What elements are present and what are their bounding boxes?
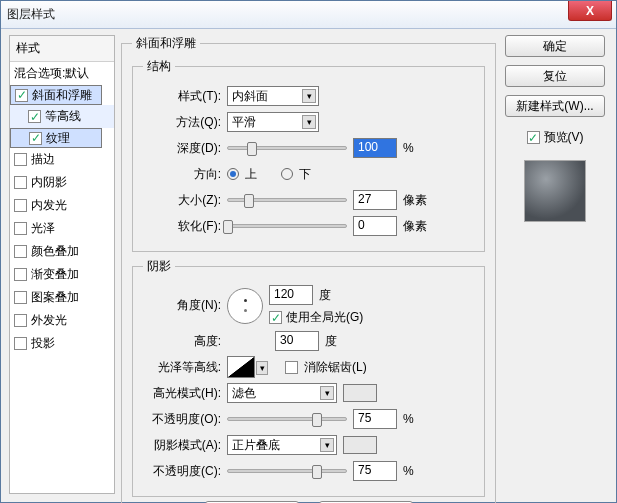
shading-legend: 阴影 [143, 258, 175, 275]
preview-label: 预览(V) [544, 129, 584, 146]
checkbox-color-overlay[interactable] [14, 245, 27, 258]
soften-label: 软化(F): [143, 218, 221, 235]
panel-title: 斜面和浮雕 [132, 35, 200, 52]
checkbox-grad-overlay[interactable] [14, 268, 27, 281]
depth-label: 深度(D): [143, 140, 221, 157]
group-structure: 结构 样式(T): 内斜面▾ 方法(Q): 平滑▾ 深度(D): 100 % [132, 58, 485, 252]
size-input[interactable]: 27 [353, 190, 397, 210]
styles-header: 样式 [10, 36, 114, 62]
checkbox-pattern-overlay[interactable] [14, 291, 27, 304]
close-button[interactable]: X [568, 1, 612, 21]
style-select[interactable]: 内斜面▾ [227, 86, 319, 106]
highlight-opacity-label: 不透明度(O): [143, 411, 221, 428]
list-item-color-overlay[interactable]: 颜色叠加 [10, 240, 114, 263]
radio-down[interactable] [281, 168, 293, 180]
list-item-texture[interactable]: ✓ 纹理 [10, 128, 102, 148]
depth-unit: % [403, 141, 431, 155]
chevron-down-icon: ▾ [302, 115, 316, 129]
angle-label: 角度(N): [143, 297, 221, 314]
checkbox-antialias[interactable] [285, 361, 298, 374]
styles-list: 样式 混合选项:默认 ✓ 斜面和浮雕 ✓ 等高线 ✓ 纹理 描边 内阴影 内发光… [9, 35, 115, 494]
chevron-down-icon: ▾ [302, 89, 316, 103]
soften-unit: 像素 [403, 218, 431, 235]
checkbox-bevel[interactable]: ✓ [15, 89, 28, 102]
altitude-label: 高度: [143, 333, 221, 350]
checkbox-contour[interactable]: ✓ [28, 110, 41, 123]
window-title: 图层样式 [7, 6, 55, 23]
antialias-label: 消除锯齿(L) [304, 359, 367, 376]
structure-legend: 结构 [143, 58, 175, 75]
list-item-pattern-overlay[interactable]: 图案叠加 [10, 286, 114, 309]
angle-wheel[interactable] [227, 288, 263, 324]
highlight-opacity-unit: % [403, 412, 431, 426]
shadow-opacity-unit: % [403, 464, 431, 478]
direction-label: 方向: [143, 166, 221, 183]
checkbox-outer-glow[interactable] [14, 314, 27, 327]
method-select[interactable]: 平滑▾ [227, 112, 319, 132]
size-label: 大小(Z): [143, 192, 221, 209]
group-shading: 阴影 角度(N): 120 度 ✓ 使用全局光(G) [132, 258, 485, 497]
list-item-contour[interactable]: ✓ 等高线 [10, 105, 114, 128]
depth-slider[interactable] [227, 146, 347, 150]
shadow-mode-label: 阴影模式(A): [143, 437, 221, 454]
list-item-satin[interactable]: 光泽 [10, 217, 114, 240]
close-icon: X [586, 4, 594, 18]
soften-slider[interactable] [227, 224, 347, 228]
size-slider[interactable] [227, 198, 347, 202]
checkbox-stroke[interactable] [14, 153, 27, 166]
highlight-color-swatch[interactable] [343, 384, 377, 402]
list-item-stroke[interactable]: 描边 [10, 148, 114, 171]
angle-input[interactable]: 120 [269, 285, 313, 305]
preview-thumbnail [524, 160, 586, 222]
ok-button[interactable]: 确定 [505, 35, 605, 57]
radio-up[interactable] [227, 168, 239, 180]
checkbox-preview[interactable]: ✓ [527, 131, 540, 144]
checkbox-satin[interactable] [14, 222, 27, 235]
chevron-down-icon[interactable]: ▾ [256, 361, 268, 375]
shadow-opacity-slider[interactable] [227, 469, 347, 473]
gloss-contour-picker[interactable]: ▾ [227, 356, 255, 378]
list-item-blend[interactable]: 混合选项:默认 [10, 62, 114, 85]
list-item-outer-glow[interactable]: 外发光 [10, 309, 114, 332]
shadow-color-swatch[interactable] [343, 436, 377, 454]
panel-bevel: 斜面和浮雕 结构 样式(T): 内斜面▾ 方法(Q): 平滑▾ 深度(D): 1… [121, 35, 496, 503]
list-item-drop-shadow[interactable]: 投影 [10, 332, 114, 355]
shadow-mode-select[interactable]: 正片叠底▾ [227, 435, 337, 455]
highlight-mode-label: 高光模式(H): [143, 385, 221, 402]
checkbox-inner-shadow[interactable] [14, 176, 27, 189]
global-light-label: 使用全局光(G) [286, 309, 363, 326]
list-item-inner-glow[interactable]: 内发光 [10, 194, 114, 217]
style-label: 样式(T): [143, 88, 221, 105]
checkbox-global-light[interactable]: ✓ [269, 311, 282, 324]
highlight-opacity-input[interactable]: 75 [353, 409, 397, 429]
size-unit: 像素 [403, 192, 431, 209]
checkbox-texture[interactable]: ✓ [29, 132, 42, 145]
shadow-opacity-label: 不透明度(C): [143, 463, 221, 480]
depth-input[interactable]: 100 [353, 138, 397, 158]
shadow-opacity-input[interactable]: 75 [353, 461, 397, 481]
chevron-down-icon: ▾ [320, 438, 334, 452]
cancel-button[interactable]: 复位 [505, 65, 605, 87]
new-style-button[interactable]: 新建样式(W)... [505, 95, 605, 117]
angle-unit: 度 [319, 287, 331, 304]
chevron-down-icon: ▾ [320, 386, 334, 400]
checkbox-inner-glow[interactable] [14, 199, 27, 212]
titlebar[interactable]: 图层样式 X [1, 1, 616, 29]
altitude-unit: 度 [325, 333, 337, 350]
highlight-mode-select[interactable]: 滤色▾ [227, 383, 337, 403]
list-item-grad-overlay[interactable]: 渐变叠加 [10, 263, 114, 286]
highlight-opacity-slider[interactable] [227, 417, 347, 421]
gloss-contour-label: 光泽等高线: [143, 359, 221, 376]
layer-style-dialog: 图层样式 X 样式 混合选项:默认 ✓ 斜面和浮雕 ✓ 等高线 ✓ 纹理 描边 … [0, 0, 617, 503]
soften-input[interactable]: 0 [353, 216, 397, 236]
right-panel: 确定 复位 新建样式(W)... ✓ 预览(V) [502, 35, 608, 494]
list-item-inner-shadow[interactable]: 内阴影 [10, 171, 114, 194]
method-label: 方法(Q): [143, 114, 221, 131]
checkbox-drop-shadow[interactable] [14, 337, 27, 350]
center-panel: 斜面和浮雕 结构 样式(T): 内斜面▾ 方法(Q): 平滑▾ 深度(D): 1… [121, 35, 496, 494]
list-item-bevel[interactable]: ✓ 斜面和浮雕 [10, 85, 102, 105]
altitude-input[interactable]: 30 [275, 331, 319, 351]
